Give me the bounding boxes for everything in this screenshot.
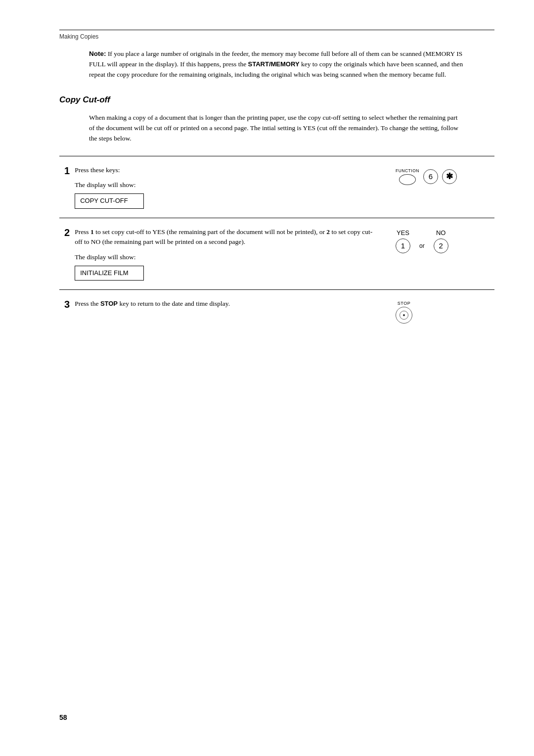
start-memory-key: START/MEMORY bbox=[248, 60, 300, 68]
step-2-bold-1: 1 bbox=[90, 228, 94, 236]
key-star-circle: ✱ bbox=[442, 169, 457, 184]
step-1-lcd: COPY CUT-OFF bbox=[75, 193, 144, 208]
top-rule bbox=[59, 30, 494, 30]
section-desc: When making a copy of a document that is… bbox=[89, 113, 465, 144]
stop-icon-wrap: STOP bbox=[396, 301, 412, 324]
step-2-text-part2: to set copy cut-off to YES (the remainin… bbox=[94, 228, 327, 236]
step-1-row: 1 Press these keys: The display will sho… bbox=[59, 156, 494, 218]
key-6-circle: 6 bbox=[423, 169, 438, 184]
step-1-key-row: FUNCTION 6 ✱ bbox=[396, 168, 457, 185]
stop-inner-circle bbox=[400, 311, 408, 320]
step-2-right: YES 1 or NO 2 bbox=[386, 218, 494, 290]
no-label: NO bbox=[436, 229, 446, 236]
step-1-right: FUNCTION 6 ✱ bbox=[386, 156, 494, 218]
step-3-text-part1: Press the bbox=[75, 300, 100, 307]
stop-dot bbox=[403, 314, 405, 316]
step-2-display-label: The display will show: bbox=[75, 252, 376, 263]
function-key-group: FUNCTION bbox=[396, 168, 419, 185]
step-2-number: 2 bbox=[64, 227, 70, 238]
page-number: 58 bbox=[59, 713, 67, 721]
function-label: FUNCTION bbox=[396, 168, 419, 173]
step-1-text: Press these keys: The display will show:… bbox=[75, 165, 376, 209]
step-1-number: 1 bbox=[64, 165, 70, 177]
step-1-instruction: Press these keys: bbox=[75, 166, 120, 174]
function-key-oval bbox=[399, 174, 416, 185]
page: Making Copies Note: If you place a large… bbox=[0, 0, 534, 756]
step-3-text: Press the STOP key to return to the date… bbox=[75, 299, 376, 309]
stop-key-label: STOP bbox=[100, 300, 118, 307]
note-label: Note: bbox=[89, 50, 106, 57]
step-3-right: STOP bbox=[386, 290, 494, 332]
step-1-left: 1 Press these keys: The display will sho… bbox=[59, 156, 386, 218]
steps-area: 1 Press these keys: The display will sho… bbox=[59, 156, 494, 333]
yes-group: YES 1 bbox=[396, 229, 410, 253]
yes-label: YES bbox=[397, 229, 409, 236]
step-3-left: 3 Press the STOP key to return to the da… bbox=[59, 290, 386, 332]
yes-no-row: YES 1 or NO 2 bbox=[396, 229, 448, 253]
step-3-number: 3 bbox=[64, 299, 70, 310]
key-1-circle: 1 bbox=[396, 238, 410, 253]
step-2-row: 2 Press 1 to set copy cut-off to YES (th… bbox=[59, 218, 494, 290]
step-2-lcd: INITIALIZE FILM bbox=[75, 266, 144, 281]
note-block: Note: If you place a large number of ori… bbox=[89, 49, 465, 80]
section-title: Copy Cut-off bbox=[59, 95, 494, 105]
no-group: NO 2 bbox=[434, 229, 448, 253]
step-2-text: Press 1 to set copy cut-off to YES (the … bbox=[75, 227, 376, 281]
step-1-display-label: The display will show: bbox=[75, 180, 376, 190]
step-2-text-part1: Press bbox=[75, 228, 90, 236]
step-2-left: 2 Press 1 to set copy cut-off to YES (th… bbox=[59, 218, 386, 290]
step-3-row: 3 Press the STOP key to return to the da… bbox=[59, 290, 494, 332]
or-text: or bbox=[419, 242, 425, 249]
stop-circle bbox=[396, 307, 412, 324]
stop-icon-label: STOP bbox=[398, 301, 410, 306]
step-3-text-part2: key to return to the date and time displ… bbox=[118, 300, 230, 307]
section-header: Making Copies bbox=[59, 33, 494, 40]
key-2-circle: 2 bbox=[434, 238, 448, 253]
